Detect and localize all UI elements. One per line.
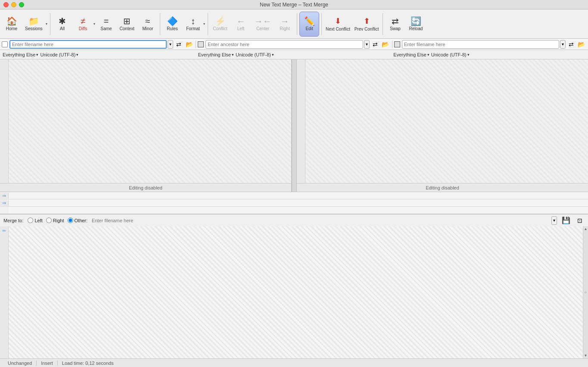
right-filepath-dropdown[interactable]: ▾	[560, 40, 566, 49]
sessions-label: Sessions	[25, 26, 43, 31]
swap-button[interactable]: ⇄ Swap	[385, 12, 405, 37]
left-diff-editor[interactable]	[9, 59, 291, 183]
rules-label: Rules	[167, 26, 178, 31]
ancestor-unicode-arrow: ▾	[272, 53, 274, 57]
center-button[interactable]: →← Center	[252, 12, 274, 37]
conflict-label: Conflict	[213, 26, 227, 31]
left-encoding-section: Everything Else ▾ Unicode (UTF-8) ▾	[3, 52, 195, 57]
left-diff-gutter	[0, 59, 9, 183]
ancestor-filepath-swap-icon[interactable]: ⇄	[370, 40, 380, 49]
right-diff-status: Editing disabled	[297, 183, 588, 192]
rules-icon: 🔷	[167, 17, 178, 25]
ancestor-everything-else-btn[interactable]: Everything Else ▾	[198, 52, 234, 57]
sep4	[297, 13, 297, 35]
minor-label: Minor	[143, 26, 153, 31]
diffs-dropdown-arrow[interactable]: ▾	[93, 21, 96, 27]
sep5	[321, 13, 322, 35]
scrollbar-circle-btn[interactable]: ○	[585, 290, 587, 294]
merge-right-radio-label: Right	[53, 218, 64, 223]
diff-line-content-3[interactable]	[9, 207, 588, 214]
home-label: Home	[6, 26, 18, 31]
diffs-button[interactable]: ≠ Diffs	[73, 12, 93, 37]
merge-left-radio[interactable]: Left	[28, 218, 42, 223]
merge-save-button[interactable]: 💾	[561, 216, 571, 225]
merge-panel-layout-button[interactable]: ⊡	[575, 216, 585, 225]
minor-button[interactable]: ≈ Minor	[138, 12, 158, 37]
sessions-button[interactable]: 📁 Sessions	[22, 12, 45, 37]
left-filepath-input[interactable]	[9, 40, 167, 49]
ancestor-filepath-input[interactable]	[205, 40, 363, 49]
reload-label: Reload	[409, 26, 423, 31]
diff-line-gutter-2: ⇒	[0, 200, 9, 206]
main-content: Editing disabled Editing disabled ⇒	[0, 59, 588, 358]
merge-left-radio-input[interactable]	[28, 218, 33, 223]
right-icon: →	[280, 17, 289, 25]
filepath-bar: ▾ ⇄ 📂 ▾ ⇄ 📂 ▾ ⇄ 📂	[0, 39, 588, 50]
right-filepath-folder-icon[interactable]: 📂	[577, 40, 586, 49]
rules-button[interactable]: 🔷 Rules	[162, 12, 182, 37]
next-conflict-label: Next Conflict	[326, 27, 350, 31]
diff-panels: Editing disabled Editing disabled	[0, 59, 588, 192]
ancestor-filepath-folder-icon[interactable]: 📂	[381, 40, 390, 49]
left-filepath-swap-icon[interactable]: ⇄	[174, 40, 184, 49]
merge-other-radio[interactable]: Other:	[68, 218, 88, 223]
sessions-dropdown-arrow[interactable]: ▾	[45, 21, 48, 27]
left-unicode-btn[interactable]: Unicode (UTF-8) ▾	[40, 52, 78, 57]
minimize-button[interactable]	[11, 2, 16, 7]
left-filepath-dropdown[interactable]: ▾	[168, 40, 173, 49]
conflict-button[interactable]: ⚡ Conflict	[210, 12, 230, 37]
left-diff-inner	[0, 59, 291, 183]
merge-right-radio[interactable]: Right	[46, 218, 64, 223]
diff-line-content-1[interactable]	[9, 192, 588, 199]
diff-line-gutter-1: ⇒	[0, 193, 9, 199]
right-everything-else-btn[interactable]: Everything Else ▾	[393, 52, 429, 57]
window-title: New Text Merge – Text Merge	[260, 2, 328, 8]
minor-icon: ≈	[146, 17, 150, 25]
context-button[interactable]: ⊞ Context	[117, 12, 137, 37]
right-ee-arrow: ▾	[427, 53, 429, 57]
sep3	[208, 13, 208, 35]
right-unicode-btn[interactable]: Unicode (UTF-8) ▾	[431, 52, 470, 57]
merge-editor[interactable]	[9, 226, 583, 358]
prev-conflict-button[interactable]: ⬆ Prev Conflict	[353, 12, 381, 37]
diff-line-row-1: ⇒	[0, 192, 588, 199]
left-button[interactable]: ← Left	[231, 12, 251, 37]
edit-button[interactable]: ✏️ Edit	[299, 12, 319, 37]
merge-output-dropdown[interactable]: ▾	[551, 216, 557, 225]
format-button[interactable]: ↕ Format	[183, 12, 203, 37]
status-unchanged: Unchanged	[3, 361, 37, 366]
scrollbar-down-btn[interactable]: ▼	[584, 354, 588, 358]
panel-layout-icon: ⊡	[577, 217, 582, 224]
reload-button[interactable]: 🔄 Reload	[406, 12, 426, 37]
merge-other-radio-input[interactable]	[68, 218, 73, 223]
ancestor-unicode-btn[interactable]: Unicode (UTF-8) ▾	[236, 52, 274, 57]
same-button[interactable]: = Same	[96, 12, 116, 37]
format-dropdown-arrow[interactable]: ▾	[203, 21, 205, 27]
next-conflict-button[interactable]: ⬇ Next Conflict	[324, 12, 352, 37]
scrollbar-up-btn[interactable]: ▲	[584, 227, 588, 231]
titlebar-buttons	[3, 2, 24, 7]
left-everything-else-btn[interactable]: Everything Else ▾	[3, 52, 38, 57]
toolbar: 🏠 Home 📁 Sessions ▾ ✱ All ≠ Diffs ▾ = Sa…	[0, 9, 588, 39]
right-button[interactable]: → Right	[275, 12, 295, 37]
maximize-button[interactable]	[19, 2, 24, 7]
diff-line-content-2[interactable]	[9, 199, 588, 206]
context-icon: ⊞	[123, 17, 131, 25]
left-filepath-section: ▾ ⇄ 📂	[2, 40, 194, 49]
right-filepath-swap-icon[interactable]: ⇄	[566, 40, 576, 49]
home-button[interactable]: 🏠 Home	[2, 12, 22, 37]
context-label: Context	[120, 26, 134, 31]
right-filepath-input[interactable]	[402, 40, 559, 49]
edit-icon: ✏️	[304, 17, 315, 25]
format-group: ↕ Format ▾	[183, 12, 205, 37]
left-file-checkbox[interactable]	[2, 41, 8, 47]
ancestor-filepath-section: ▾ ⇄ 📂	[198, 40, 390, 49]
merge-output-field[interactable]	[92, 216, 547, 225]
edit-label: Edit	[305, 26, 313, 31]
ancestor-filepath-dropdown[interactable]: ▾	[364, 40, 370, 49]
merge-right-radio-input[interactable]	[46, 218, 52, 223]
left-filepath-folder-icon[interactable]: 📂	[184, 40, 194, 49]
close-button[interactable]	[3, 2, 9, 7]
right-diff-editor[interactable]	[305, 59, 588, 183]
all-button[interactable]: ✱ All	[53, 12, 72, 37]
